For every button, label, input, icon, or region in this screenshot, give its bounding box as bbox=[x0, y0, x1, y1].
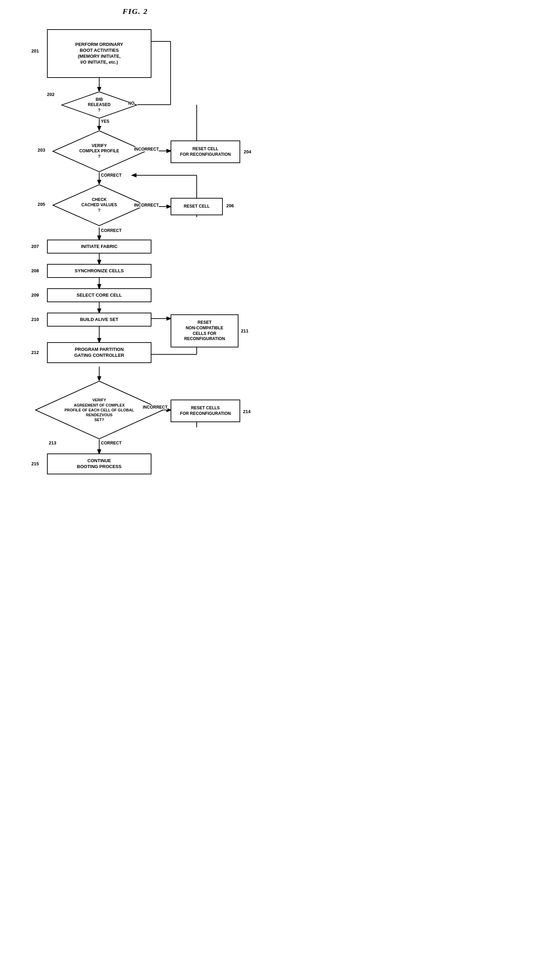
label-209: 209 bbox=[31, 293, 39, 298]
node-212: PROGRAM PARTITION GATING CONTROLLER bbox=[47, 342, 152, 363]
node-202: BIB RELEASED ? bbox=[61, 91, 137, 119]
label-yes-202: YES bbox=[101, 119, 109, 124]
label-212: 212 bbox=[31, 350, 39, 355]
label-202: 202 bbox=[47, 92, 55, 97]
node-205: CHECK CACHED VALUES ? bbox=[52, 184, 146, 226]
label-210: 210 bbox=[31, 317, 39, 322]
label-no: NO bbox=[128, 101, 134, 106]
label-201: 201 bbox=[31, 48, 39, 54]
label-207: 207 bbox=[31, 244, 39, 249]
label-205: 205 bbox=[38, 202, 45, 207]
node-208: SYNCHRONIZE CELLS bbox=[47, 264, 152, 278]
label-incorrect-verify: INCORRECT bbox=[143, 405, 168, 410]
label-215: 215 bbox=[31, 461, 39, 466]
label-213: 213 bbox=[49, 440, 56, 445]
label-206: 206 bbox=[226, 203, 234, 208]
label-211: 211 bbox=[241, 328, 249, 334]
label-204: 204 bbox=[244, 149, 251, 154]
node-201: PERFORM ORDINARY BOOT ACTIVITIES (MEMORY… bbox=[47, 29, 152, 78]
label-214: 214 bbox=[243, 409, 251, 414]
flowchart: PERFORM ORDINARY BOOT ACTIVITIES (MEMORY… bbox=[7, 22, 265, 488]
node-215: CONTINUE BOOTING PROCESS bbox=[47, 453, 152, 474]
node-204: RESET CELL FOR RECONFIGURATION bbox=[171, 140, 240, 163]
figure-title: FIG. 2 bbox=[7, 7, 263, 16]
node-214: RESET CELLS FOR RECONFIGURATION bbox=[171, 399, 240, 422]
node-206: RESET CELL bbox=[171, 198, 223, 215]
node-211: RESET NON-COMPATIBLE CELLS FOR RECONFIGU… bbox=[171, 314, 238, 347]
label-correct-205: CORRECT bbox=[101, 228, 121, 233]
label-208: 208 bbox=[31, 268, 39, 274]
label-203: 203 bbox=[38, 148, 45, 153]
node-207: INITIATE FABRIC bbox=[47, 240, 152, 253]
label-correct-203: CORRECT bbox=[101, 173, 121, 178]
node-verify2: VERIFY AGREEMENT OF COMPLEX PROFILE OF E… bbox=[35, 380, 164, 439]
node-209: SELECT CORE CELL bbox=[47, 288, 152, 302]
label-incorrect-203: INCORRECT bbox=[134, 147, 159, 152]
label-incorrect-205: INCORRECT bbox=[134, 203, 159, 208]
node-210: BUILD ALIVE SET bbox=[47, 313, 152, 326]
label-correct-verify: CORRECT bbox=[101, 441, 121, 445]
node-203: VERIFY COMPLEX PROFILE ? bbox=[52, 130, 146, 172]
